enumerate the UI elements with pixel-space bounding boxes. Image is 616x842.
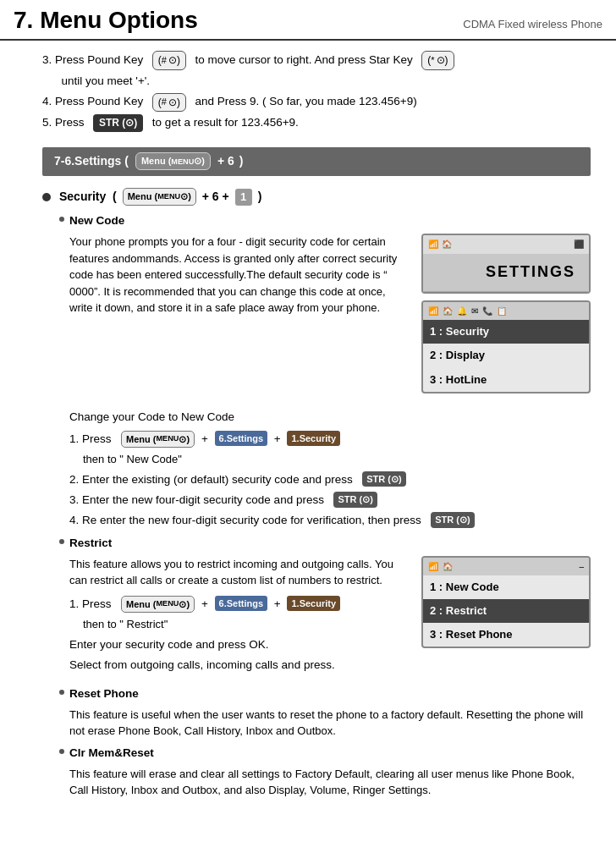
- menu-item-security: 1 : Security: [423, 320, 589, 344]
- doc-icon: 📋: [497, 305, 507, 318]
- pound-key-btn-1: (#⊙): [152, 51, 186, 70]
- phone-icon: 📞: [482, 305, 492, 318]
- restrict-dot: [59, 539, 64, 544]
- reset-phone-header: Reset Phone: [59, 685, 591, 703]
- home-icon: 🏠: [442, 238, 452, 251]
- menu-item-display: 2 : Display: [423, 344, 589, 367]
- restrict-section: Restrict This feature allows you to rest…: [59, 535, 591, 677]
- step-3-str: STR (⊙): [333, 492, 377, 508]
- phone-screen-settings: 📶 🏠 ⬛ SETTINGS: [421, 234, 591, 293]
- clr-mem-header: Clr Mem&Reset: [59, 745, 591, 762]
- restrict-step-1-suffix: then to " Restrict": [69, 616, 408, 633]
- new-code-title: New Code: [69, 212, 124, 230]
- signal-icon-3: 📶: [428, 560, 438, 574]
- page-subtitle: CDMA Fixed wireless Phone: [463, 18, 602, 34]
- menu-item-resetphone: 3 : Reset Phone: [423, 623, 589, 647]
- security-dot: [42, 193, 51, 201]
- new-code-text-col: Your phone prompts you for a four - digi…: [59, 234, 408, 316]
- top-steps: 3. Press Pound Key (#⊙) to move cursor t…: [42, 51, 591, 132]
- step-3-prefix: 3. Enter the new four-digit security cod…: [69, 492, 330, 509]
- step-1-settings-badge: 6.Settings: [215, 431, 268, 447]
- section-76-label: 7-6.Settings (: [54, 152, 129, 171]
- section-76-close: ): [239, 152, 244, 171]
- restrict-title: Restrict: [69, 535, 112, 553]
- step-4-prefix: 4. Re enter the new four-digit security …: [69, 512, 427, 529]
- new-code-description: Your phone prompts you for a four - digi…: [69, 234, 408, 316]
- security-header: Security ( Menu (MENU⊙) + 6 + 1 ): [42, 188, 591, 206]
- security-plus1: + 6 +: [202, 188, 229, 206]
- step-1-prefix: 1. Press: [69, 431, 118, 448]
- step-5: 5. Press STR (⊙) to get a result for 123…: [42, 114, 591, 132]
- reset-phone-description: This feature is useful when the user wan…: [69, 707, 591, 740]
- restrict-step-1: 1. Press Menu (MENU⊙) + 6.Settings + 1.S…: [69, 596, 408, 614]
- restrict-step-1-mid: +: [198, 596, 211, 613]
- step-5-text: 5. Press: [42, 114, 91, 132]
- dash-icon: –: [579, 560, 584, 574]
- new-code-step-3: 3. Enter the new four-digit security cod…: [69, 492, 591, 509]
- main-content: 3. Press Pound Key (#⊙) to move cursor t…: [0, 41, 616, 829]
- step-4-mid: and Press 9. ( So far, you made 123.456+…: [189, 93, 417, 111]
- new-code-step-4: 4. Re enter the new four-digit security …: [69, 512, 591, 529]
- clr-mem-section: Clr Mem&Reset This feature will erase an…: [59, 745, 591, 799]
- phone-status-icons-1: 📶 🏠: [428, 238, 452, 251]
- phone-screen-restrict: 📶 🏠 – 1 : New Code 2 : Restrict 3 : Rese…: [421, 556, 591, 649]
- restrict-description: This feature allows you to restrict inco…: [69, 556, 408, 589]
- star-key-btn: (*⊙): [421, 51, 454, 70]
- security-menu-btn: Menu (MENU⊙): [123, 188, 196, 206]
- change-code-section: Change your Code to New Code 1. Press Me…: [69, 409, 591, 530]
- step-2-prefix: 2. Enter the existing (or default) secur…: [69, 471, 359, 488]
- restrict-body: This feature allows you to restrict inco…: [59, 556, 591, 678]
- restrict-phone-col: 📶 🏠 – 1 : New Code 2 : Restrict 3 : Rese…: [421, 556, 591, 656]
- phone-status-bar-1: 📶 🏠 ⬛: [423, 235, 589, 254]
- menu-item-hotline: 3 : HotLine: [423, 368, 589, 392]
- reset-phone-title: Reset Phone: [69, 685, 139, 703]
- phone-screen-menu: 📶 🏠 🔔 ✉ 📞 📋 1 : Security 2 : Display 3 :…: [421, 300, 591, 393]
- new-code-phone-col: 📶 🏠 ⬛ SETTINGS 📶 🏠 🔔 ✉: [421, 234, 591, 399]
- restrict-step-1-plus: +: [271, 596, 283, 613]
- new-code-step-2: 2. Enter the existing (or default) secur…: [69, 471, 591, 488]
- step-3-cont: until you meet '+'.: [42, 73, 591, 91]
- reset-phone-section: Reset Phone This feature is useful when …: [59, 685, 591, 740]
- security-label: Security (: [59, 188, 117, 206]
- clr-mem-dot: [59, 749, 64, 754]
- step-4: 4. Press Pound Key (#⊙) and Press 9. ( S…: [42, 93, 591, 113]
- step-4-str: STR (⊙): [431, 512, 474, 528]
- restrict-step-1-security-badge: 1.Security: [287, 596, 340, 612]
- phone-menu-status: 📶 🏠 🔔 ✉ 📞 📋: [423, 302, 589, 321]
- home-icon-2: 🏠: [443, 305, 453, 318]
- restrict-steps: 1. Press Menu (MENU⊙) + 6.Settings + 1.S…: [69, 596, 408, 674]
- clr-mem-title: Clr Mem&Reset: [69, 745, 154, 762]
- step-1-security-badge: 1.Security: [287, 431, 340, 447]
- restrict-step-2-text: Enter your security code and press OK.: [69, 636, 269, 653]
- section-76-plus: + 6: [217, 152, 234, 171]
- restrict-header: Restrict: [59, 535, 591, 553]
- settings-title: SETTINGS: [423, 254, 589, 292]
- change-code-title: Change your Code to New Code: [69, 409, 591, 426]
- section-76-menu-btn: Menu (MENU⊙): [135, 152, 211, 170]
- security-close: ): [258, 188, 262, 206]
- signal-icon: 📶: [428, 238, 438, 251]
- step-3-mid: to move cursor to right. And press Star …: [189, 52, 419, 69]
- new-code-step-1: 1. Press Menu (MENU⊙) + 6.Settings + 1.S…: [69, 431, 591, 449]
- page-header: 7. Menu Options CDMA Fixed wireless Phon…: [0, 0, 616, 41]
- restrict-text-col: This feature allows you to restrict inco…: [59, 556, 408, 678]
- restrict-step-2: Enter your security code and press OK.: [69, 636, 408, 653]
- menu-item-restrict: 2 : Restrict: [423, 599, 589, 623]
- step-3: 3. Press Pound Key (#⊙) to move cursor t…: [42, 51, 591, 70]
- step-3-text: 3. Press Pound Key: [42, 52, 150, 69]
- new-code-section: New Code Your phone prompts you for a fo…: [59, 212, 591, 529]
- str-btn-top: STR (⊙): [93, 114, 143, 132]
- home-icon-3: 🏠: [443, 560, 453, 574]
- restrict-step-1-menu-btn: Menu (MENU⊙): [121, 596, 195, 614]
- new-code-header: New Code: [59, 212, 591, 230]
- reset-phone-dot: [59, 690, 64, 695]
- step-2-str: STR (⊙): [362, 471, 405, 487]
- pound-key-btn-2: (#⊙): [152, 93, 186, 113]
- restrict-step-3: Select from outgoing calls, incoming cal…: [69, 657, 408, 674]
- step-1-plus: +: [271, 431, 283, 448]
- security-num1: 1: [235, 189, 252, 206]
- step-5-suffix: to get a result for 123.456+9.: [146, 114, 299, 132]
- clr-mem-description: This feature will erase and clear all se…: [69, 766, 591, 799]
- restrict-step-1-prefix: 1. Press: [69, 596, 118, 613]
- step-1-menu-btn: Menu (MENU⊙): [121, 431, 195, 449]
